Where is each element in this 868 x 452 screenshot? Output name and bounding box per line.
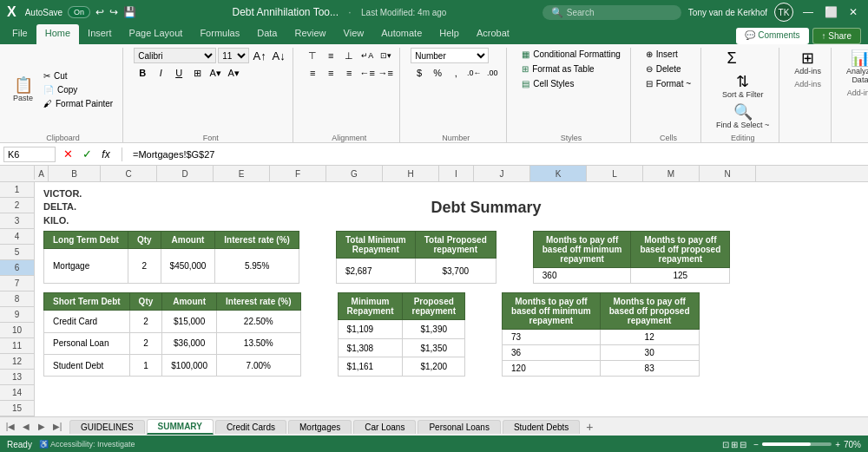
border-button[interactable]: ⊞ [188,65,206,81]
lt-proposed-months-value[interactable]: 125 [631,268,730,284]
align-middle-button[interactable]: ≡ [322,48,339,63]
percent-button[interactable]: % [429,65,446,81]
delete-button[interactable]: ⊖ Delete [641,62,686,75]
tab-acrobat[interactable]: Acrobat [468,24,518,44]
row-15[interactable]: 15 [0,401,34,416]
st-sd-proposed-months[interactable]: 83 [600,361,699,377]
col-B[interactable]: B [49,166,101,181]
st-pl-min-months[interactable]: 36 [503,345,601,361]
tab-guidelines[interactable]: GUIDELINES [69,420,145,434]
tab-nav-prev[interactable]: ◀ [19,420,33,434]
format-as-table-button[interactable]: ⊞ Format as Table [517,62,599,75]
st-studentdebt-rate[interactable]: 7.00% [217,354,301,376]
row-11[interactable]: 11 [0,338,34,354]
cancel-formula-button[interactable]: ✕ [59,146,76,163]
col-G[interactable]: G [326,166,383,181]
addins-button[interactable]: ⊞ Add-ins [790,48,825,78]
lt-proposed-repayment-value[interactable]: $3,700 [415,259,496,284]
tab-view[interactable]: View [335,24,373,44]
tab-credit-cards[interactable]: Credit Cards [215,420,286,434]
row-14[interactable]: 14 [0,385,34,401]
tab-mortgages[interactable]: Mortgages [288,420,352,434]
copy-button[interactable]: 📄 Copy [39,83,117,96]
analyze-data-button[interactable]: 📊 Analyze Data [842,48,868,87]
decrease-decimal-button[interactable]: .0← [465,65,483,81]
zoom-in-button[interactable]: + [835,440,840,449]
autosave-toggle[interactable]: On [68,6,90,18]
row-9[interactable]: 9 [0,307,34,323]
st-personalloan-qty[interactable]: 2 [129,332,162,354]
col-M[interactable]: M [643,166,700,181]
st-personalloan-rate[interactable]: 13.50% [217,332,301,354]
st-cc-proposed-repayment[interactable]: $1,390 [403,320,465,339]
tab-data[interactable]: Data [248,24,286,44]
user-avatar[interactable]: TK [774,3,793,22]
st-pl-proposed-repayment[interactable]: $1,350 [403,338,465,357]
tab-review[interactable]: Review [286,24,334,44]
tab-car-loans[interactable]: Car Loans [353,420,416,434]
tab-home[interactable]: Home [36,24,79,44]
fill-color-button[interactable]: A▾ [207,65,224,81]
save-icon[interactable]: 💾 [123,6,136,18]
currency-button[interactable]: $ [411,65,428,81]
format-button[interactable]: ⊟ Format ~ [641,77,695,90]
format-painter-button[interactable]: 🖌 Format Painter [39,97,117,110]
st-sd-min-repayment[interactable]: $1,161 [338,357,403,377]
lt-mortgage-rate[interactable]: 5.95% [215,249,299,284]
increase-font-button[interactable]: A↑ [251,48,268,63]
paste-button[interactable]: 📋 Paste [9,75,37,105]
insert-button[interactable]: ⊕ Insert [641,48,682,61]
tab-nav-next[interactable]: ▶ [35,420,49,434]
align-right-button[interactable]: ≡ [340,65,358,81]
decrease-indent-button[interactable]: ←≡ [358,65,376,81]
st-creditcard-qty[interactable]: 2 [129,311,162,332]
tab-nav-first[interactable]: |◀ [3,420,17,434]
col-I[interactable]: I [439,166,474,181]
col-H[interactable]: H [383,166,439,181]
page-layout-view-button[interactable]: ⊞ [731,440,738,449]
row-5[interactable]: 5 [0,245,34,260]
tab-summary[interactable]: SUMMARY [147,419,214,435]
normal-view-button[interactable]: ⊡ [722,440,729,449]
number-format-select[interactable]: Number General Currency Percentage [411,48,489,63]
col-K[interactable]: K [530,166,587,181]
minimize-button[interactable]: — [800,4,816,20]
increase-indent-button[interactable]: →≡ [377,65,394,81]
formula-input[interactable] [129,149,865,160]
redo-icon[interactable]: ↪ [109,6,118,18]
st-pl-min-repayment[interactable]: $1,308 [338,338,403,357]
st-studentdebt-amount[interactable]: $100,000 [162,354,217,376]
wrap-text-button[interactable]: ↵A [358,48,376,63]
st-cc-proposed-months[interactable]: 12 [600,330,699,345]
tab-help[interactable]: Help [431,24,468,44]
st-personalloan-name[interactable]: Personal Loan [44,332,130,354]
close-button[interactable]: ✕ [845,4,861,20]
restore-button[interactable]: ⬜ [823,4,838,20]
cut-button[interactable]: ✂ Cut [39,69,117,82]
st-cc-min-months[interactable]: 73 [503,330,601,345]
italic-button[interactable]: I [152,65,169,81]
align-left-button[interactable]: ≡ [304,65,321,81]
row-10[interactable]: 10 [0,323,34,338]
st-sd-min-months[interactable]: 120 [503,361,601,377]
col-F[interactable]: F [270,166,326,181]
row-3[interactable]: 3 [0,213,34,229]
zoom-out-button[interactable]: − [753,440,759,449]
row-1[interactable]: 1 [0,182,34,198]
cell-styles-button[interactable]: ▤ Cell Styles [517,77,578,90]
tab-page-layout[interactable]: Page Layout [121,24,192,44]
font-color-button[interactable]: A▾ [225,65,242,81]
conditional-formatting-button[interactable]: ▦ Conditional Formatting [517,48,625,61]
lt-mortgage-qty[interactable]: 2 [128,249,161,284]
row-12[interactable]: 12 [0,354,34,370]
col-D[interactable]: D [157,166,214,181]
increase-decimal-button[interactable]: .00 [483,65,501,81]
st-studentdebt-qty[interactable]: 1 [129,354,162,376]
insert-function-button[interactable]: fx [97,146,115,163]
underline-button[interactable]: U [170,65,187,81]
share-button[interactable]: ↑ Share [812,28,861,44]
st-studentdebt-name[interactable]: Student Debt [44,354,130,376]
tab-automate[interactable]: Automate [372,24,431,44]
lt-min-months-value[interactable]: 360 [533,268,631,284]
lt-mortgage-name[interactable]: Mortgage [44,249,128,284]
